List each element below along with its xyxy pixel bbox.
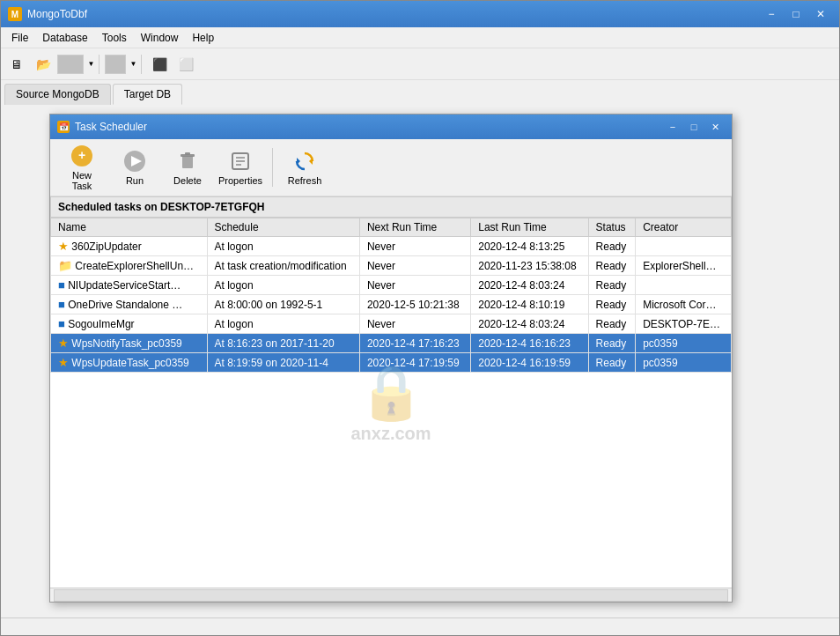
- menu-file[interactable]: File: [4, 30, 35, 46]
- task-last-run: 2020-12-4 8:10:19: [471, 295, 588, 314]
- task-schedule: At logon: [207, 314, 359, 334]
- properties-icon: [228, 149, 253, 174]
- task-creator: [636, 237, 732, 256]
- task-last-run: 2020-12-4 8:03:24: [471, 314, 588, 334]
- watermark-text: anxz.com: [350, 424, 431, 444]
- task-next-run: Never: [359, 314, 470, 334]
- svg-marker-12: [297, 158, 300, 165]
- toolbar-btn-4[interactable]: ⬜: [173, 52, 198, 77]
- col-next-run[interactable]: Next Run Time: [359, 218, 470, 237]
- minimize-button[interactable]: −: [760, 5, 783, 23]
- task-name: ★ WpsUpdateTask_pc0359: [51, 353, 208, 373]
- run-icon: [122, 149, 147, 174]
- task-name: ■ NIUpdateServiceStart…: [51, 276, 208, 295]
- run-label: Run: [126, 175, 144, 186]
- tasks-table-container[interactable]: Name Schedule Next Run Time Last Run Tim…: [50, 218, 732, 588]
- task-next-run: Never: [359, 237, 470, 256]
- toolbar-btn-1[interactable]: 🖥: [4, 52, 29, 77]
- task-creator: ExplorerShell…: [636, 256, 732, 276]
- task-status: Ready: [588, 237, 636, 256]
- dropdown-arrow-2[interactable]: ▼: [125, 55, 141, 74]
- task-status: Ready: [588, 334, 636, 353]
- table-row[interactable]: ★ WpsNotifyTask_pc0359 At 8:16:23 on 201…: [51, 334, 732, 353]
- task-last-run: 2020-12-4 8:03:24: [471, 276, 588, 295]
- properties-button[interactable]: Properties: [216, 144, 265, 190]
- table-row[interactable]: ★ WpsUpdateTask_pc0359 At 8:19:59 on 202…: [51, 353, 732, 373]
- col-status[interactable]: Status: [588, 218, 636, 237]
- new-task-button[interactable]: + New Task: [57, 144, 107, 190]
- task-name: ★ WpsNotifyTask_pc0359: [51, 334, 208, 353]
- refresh-icon: [292, 149, 317, 174]
- col-creator[interactable]: Creator: [636, 218, 732, 237]
- task-next-run: 2020-12-4 17:19:59: [359, 353, 470, 373]
- task-status: Ready: [588, 295, 636, 314]
- task-last-run: 2020-12-4 16:16:23: [471, 334, 588, 353]
- close-button[interactable]: ✕: [809, 5, 832, 23]
- status-bar: [1, 618, 839, 635]
- delete-icon: [175, 149, 200, 174]
- table-row[interactable]: 📁 CreateExplorerShellUn… At task creatio…: [51, 256, 732, 276]
- main-toolbar: 🖥 📂 ▼ ▼ ⬛ ⬜: [1, 48, 839, 80]
- task-last-run: 2020-12-4 16:19:59: [471, 353, 588, 373]
- svg-rect-4: [182, 156, 193, 168]
- col-name[interactable]: Name: [51, 218, 208, 237]
- modal-scroll-area[interactable]: [50, 588, 732, 602]
- app-icon: M: [8, 7, 22, 21]
- svg-marker-11: [309, 158, 313, 165]
- task-schedule: At logon: [207, 237, 359, 256]
- modal-icon: 📅: [57, 121, 70, 133]
- task-status: Ready: [588, 314, 636, 334]
- menu-help[interactable]: Help: [185, 30, 221, 46]
- menu-window[interactable]: Window: [134, 30, 186, 46]
- run-button[interactable]: Run: [110, 144, 159, 190]
- task-status: Ready: [588, 353, 636, 373]
- svg-text:+: +: [78, 148, 85, 162]
- task-last-run: 2020-11-23 15:38:08: [471, 256, 588, 276]
- app-window: M MongoToDbf − □ ✕ File Database Tools W…: [0, 0, 840, 636]
- tasks-table: Name Schedule Next Run Time Last Run Tim…: [50, 218, 732, 373]
- tab-target-db[interactable]: Target DB: [113, 84, 182, 105]
- task-status: Ready: [588, 276, 636, 295]
- modal-title: Task Scheduler: [75, 121, 663, 133]
- properties-label: Properties: [218, 175, 262, 186]
- task-schedule: At 8:19:59 on 2020-11-4: [207, 353, 359, 373]
- dropdown-arrow-1[interactable]: ▼: [83, 55, 99, 74]
- modal-maximize-button[interactable]: □: [684, 119, 704, 135]
- toolbar-dropdown-2[interactable]: ▼: [105, 55, 142, 74]
- toolbar-btn-2[interactable]: 📂: [31, 52, 55, 77]
- task-next-run: 2020-12-5 10:21:38: [359, 295, 470, 314]
- toolbar-dropdown-1[interactable]: ▼: [57, 55, 99, 74]
- maximize-button[interactable]: □: [785, 5, 807, 23]
- refresh-label: Refresh: [288, 175, 322, 186]
- content-area: 📅 Task Scheduler − □ ✕ +: [1, 105, 839, 618]
- main-tabs: Source MongoDB Target DB: [1, 80, 839, 105]
- task-name: 📁 CreateExplorerShellUn…: [51, 256, 208, 276]
- modal-close-button[interactable]: ✕: [705, 119, 725, 135]
- table-row[interactable]: ■ OneDrive Standalone … At 8:00:00 on 19…: [51, 295, 732, 314]
- modal-toolbar: + New Task Run: [50, 139, 732, 196]
- task-last-run: 2020-12-4 8:13:25: [471, 237, 588, 256]
- window-controls: − □ ✕: [760, 5, 832, 23]
- tab-source-mongodb[interactable]: Source MongoDB: [4, 84, 111, 105]
- watermark: 🔒 anxz.com: [350, 361, 431, 444]
- toolbar-separator: [272, 148, 273, 187]
- task-next-run: Never: [359, 276, 470, 295]
- table-row[interactable]: ★ 360ZipUpdater At logon Never 2020-12-4…: [51, 237, 732, 256]
- table-row[interactable]: ■ SogouImeMgr At logon Never 2020-12-4 8…: [51, 314, 732, 334]
- task-creator: Microsoft Cor…: [636, 295, 732, 314]
- task-name: ■ OneDrive Standalone …: [51, 295, 208, 314]
- table-row[interactable]: ■ NIUpdateServiceStart… At logon Never 2…: [51, 276, 732, 295]
- col-last-run[interactable]: Last Run Time: [471, 218, 588, 237]
- menu-database[interactable]: Database: [35, 30, 94, 46]
- modal-minimize-button[interactable]: −: [663, 119, 682, 135]
- new-task-label: New Task: [62, 170, 102, 191]
- col-schedule[interactable]: Schedule: [207, 218, 359, 237]
- refresh-button[interactable]: Refresh: [280, 144, 329, 190]
- delete-button[interactable]: Delete: [163, 144, 212, 190]
- menu-tools[interactable]: Tools: [95, 30, 134, 46]
- app-title: MongoToDbf: [27, 8, 760, 20]
- toolbar-btn-3[interactable]: ⬛: [147, 52, 172, 77]
- task-creator: [636, 276, 732, 295]
- scheduled-tasks-header: Scheduled tasks on DESKTOP-7ETGFQH: [50, 196, 732, 218]
- title-bar: M MongoToDbf − □ ✕: [1, 1, 839, 27]
